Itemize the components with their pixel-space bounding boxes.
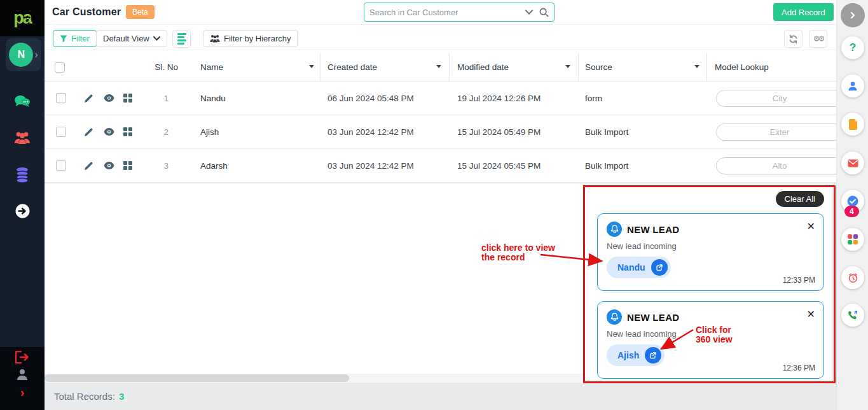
record-link[interactable]: Nandu: [607, 257, 671, 278]
column-header-slno[interactable]: Sl. No: [140, 53, 178, 81]
user-icon: [16, 368, 29, 381]
bell-icon: [607, 309, 622, 325]
search-icon[interactable]: [539, 8, 549, 17]
column-header-source[interactable]: Source: [585, 53, 612, 81]
hierarchy-label: Filter by Hierarchy: [224, 34, 291, 43]
table-header: Sl. No Name Created date Modified date S…: [45, 53, 836, 81]
table-row[interactable]: 3 Adarsh 03 Jun 2024 12:42 PM 15 Jul 202…: [45, 149, 836, 183]
close-icon[interactable]: ✕: [807, 222, 815, 232]
column-header-name[interactable]: Name: [200, 53, 223, 81]
notes-button[interactable]: [841, 113, 864, 136]
record-link[interactable]: Ajish: [607, 344, 665, 366]
sort-caret-source[interactable]: [694, 65, 699, 68]
search-input[interactable]: [369, 8, 525, 17]
collapse-panel-button[interactable]: [841, 3, 865, 27]
eye-icon: [104, 162, 114, 169]
contacts-button[interactable]: [841, 74, 864, 97]
chevron-right-icon: ›: [34, 48, 38, 61]
cell-name: Ajish: [200, 115, 219, 148]
close-icon[interactable]: ✕: [807, 309, 815, 320]
cell-source: Bulk Import: [585, 149, 628, 182]
document-icon: [848, 119, 858, 130]
filter-button[interactable]: Filter: [53, 30, 97, 47]
left-sidebar: pa N ›: [0, 0, 45, 410]
funnel-icon: [60, 35, 67, 43]
column-header-model[interactable]: Model Lookup: [715, 53, 769, 81]
search-box[interactable]: [364, 3, 555, 22]
sort-caret-name[interactable]: [309, 65, 314, 68]
notification-card[interactable]: NEW LEAD ✕ New lead incoming Ajish 12:36…: [597, 301, 824, 379]
call-button[interactable]: [841, 304, 864, 327]
edit-button[interactable]: [84, 149, 93, 182]
pencil-icon: [84, 94, 93, 103]
view-button[interactable]: [104, 149, 114, 182]
view-selector[interactable]: Default View: [96, 30, 167, 47]
notification-count-badge: 4: [844, 206, 859, 217]
page-title: Car Customer: [52, 6, 121, 18]
grid-view-button[interactable]: [123, 149, 132, 182]
row-checkbox[interactable]: [56, 127, 66, 137]
view-button[interactable]: [104, 81, 114, 115]
notification-card[interactable]: NEW LEAD ✕ New lead incoming Nandu 12:33…: [597, 213, 824, 291]
list-icon: [177, 33, 186, 45]
grid-view-button[interactable]: [123, 115, 132, 148]
model-lookup-pill[interactable]: Alto: [716, 157, 836, 174]
clear-all-button[interactable]: Clear All: [776, 191, 824, 207]
table-row[interactable]: 2 Ajish 03 Jun 2024 12:42 PM 15 Jul 2024…: [45, 115, 836, 149]
cell-modified: 19 Jul 2024 12:26 PM: [457, 81, 541, 115]
sort-caret-modified[interactable]: [565, 65, 570, 68]
bell-icon: [607, 222, 622, 237]
expand-sidebar-button[interactable]: ›: [0, 385, 45, 400]
help-button[interactable]: ?: [841, 36, 864, 59]
model-lookup-pill[interactable]: City: [716, 90, 836, 107]
refresh-button[interactable]: [784, 30, 803, 48]
gear-icon: ⚙⚙: [813, 34, 823, 43]
user-avatar[interactable]: N ›: [6, 38, 41, 71]
model-lookup-pill[interactable]: Exter: [716, 124, 836, 141]
grid-view-button[interactable]: [123, 81, 132, 115]
scrollbar-thumb[interactable]: [45, 374, 349, 382]
table-row[interactable]: 1 Nandu 06 Jun 2024 05:48 PM 19 Jul 2024…: [45, 81, 836, 115]
table-bottom-border: [45, 183, 836, 183]
logout-button[interactable]: [0, 351, 45, 364]
mail-icon: [848, 159, 858, 167]
sidebar-item-team[interactable]: [0, 131, 45, 146]
cell-source: form: [585, 81, 602, 115]
row-checkbox[interactable]: [56, 160, 66, 171]
external-link-icon[interactable]: [651, 259, 668, 276]
column-header-modified[interactable]: Modified date: [457, 53, 509, 81]
filter-by-hierarchy-button[interactable]: Filter by Hierarchy: [203, 30, 298, 47]
notification-time: 12:36 PM: [783, 364, 815, 372]
add-record-button[interactable]: Add Record: [773, 3, 834, 21]
cell-name: Adarsh: [200, 149, 228, 182]
sidebar-item-database[interactable]: [0, 167, 45, 183]
notification-message: New lead incoming: [607, 241, 815, 251]
select-all-checkbox[interactable]: [55, 62, 65, 73]
column-header-created[interactable]: Created date: [327, 53, 377, 81]
sidebar-item-chat[interactable]: [0, 94, 45, 110]
notification-message: New lead incoming: [607, 329, 815, 339]
app-logo[interactable]: pa: [0, 0, 45, 36]
chevron-down-icon[interactable]: [525, 10, 533, 15]
chevron-down-icon: [153, 36, 160, 41]
chat-icon: [14, 94, 31, 110]
page-header: Car Customer Beta Add Record: [45, 0, 836, 25]
sort-caret-created[interactable]: [436, 65, 441, 68]
sidebar-item-go[interactable]: [0, 204, 45, 218]
external-link-icon[interactable]: [645, 347, 661, 364]
notification-title: NEW LEAD: [627, 312, 679, 323]
reminder-button[interactable]: [841, 266, 864, 289]
cell-slno: 1: [140, 81, 169, 115]
settings-button[interactable]: ⚙⚙: [809, 30, 827, 48]
chevron-right-icon: [849, 11, 857, 19]
profile-button[interactable]: [0, 368, 45, 381]
list-view-button[interactable]: [172, 30, 191, 48]
refresh-icon: [789, 34, 798, 44]
edit-button[interactable]: [84, 115, 93, 148]
view-button[interactable]: [104, 115, 114, 148]
apps-button[interactable]: [841, 228, 864, 251]
edit-button[interactable]: [84, 81, 93, 115]
email-button[interactable]: [841, 152, 864, 174]
right-sidebar: ? 4: [836, 0, 868, 410]
row-checkbox[interactable]: [56, 93, 66, 103]
